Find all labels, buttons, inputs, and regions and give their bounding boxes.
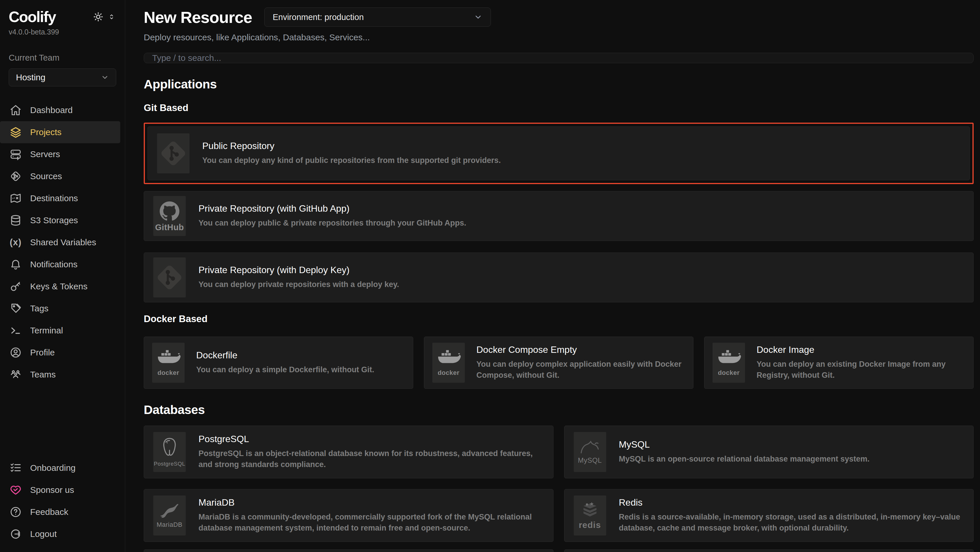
search-bar bbox=[144, 53, 974, 63]
card-title: MySQL bbox=[619, 439, 870, 450]
sidebar-item-label: Sponsor us bbox=[30, 485, 74, 495]
page-title: New Resource bbox=[144, 8, 252, 27]
app-version: v4.0.0-beta.399 bbox=[9, 28, 116, 36]
current-team-label: Current Team bbox=[9, 53, 116, 62]
sidebar-item-label: Feedback bbox=[30, 507, 68, 517]
sidebar-item-projects[interactable]: Projects bbox=[0, 121, 120, 143]
card-description: You can deploy any kind of public reposi… bbox=[202, 155, 501, 166]
card-description: You can deploy private repositories with… bbox=[199, 279, 399, 290]
map-icon bbox=[9, 192, 22, 205]
sidebar-item-label: Dashboard bbox=[30, 105, 73, 115]
card-title: Docker Compose Empty bbox=[476, 345, 685, 355]
sidebar-item-sources[interactable]: Sources bbox=[0, 165, 120, 187]
partial-card[interactable] bbox=[144, 549, 554, 552]
card-title: Redis bbox=[619, 497, 964, 508]
sidebar-item-label: Logout bbox=[30, 529, 57, 539]
server-icon bbox=[9, 148, 22, 161]
sidebar-item-notifications[interactable]: Notifications bbox=[0, 254, 120, 275]
sidebar-item-teams[interactable]: Teams bbox=[0, 364, 120, 386]
sidebar-item-label: Destinations bbox=[30, 193, 78, 203]
sidebar-item-label: Projects bbox=[30, 127, 61, 137]
page-subtitle: Deploy resources, like Applications, Dat… bbox=[144, 32, 974, 42]
sidebar-item-sponsor-us[interactable]: Sponsor us bbox=[0, 479, 120, 501]
user-circle-icon bbox=[9, 346, 22, 359]
sidebar-item-terminal[interactable]: Terminal bbox=[0, 319, 120, 341]
postgresql-wordmark: PostgreSQL bbox=[154, 461, 185, 467]
sidebar-item-profile[interactable]: Profile bbox=[0, 341, 120, 364]
card-mysql[interactable]: MySQL MySQL MySQL is an open-source rela… bbox=[564, 426, 974, 479]
layers-icon bbox=[9, 126, 22, 139]
card-private-repository-github-app[interactable]: GitHub Private Repository (with GitHub A… bbox=[144, 191, 974, 241]
git-source-icon bbox=[9, 170, 22, 183]
sidebar-nav: Dashboard Projects Servers Sources bbox=[0, 99, 125, 386]
sidebar-item-shared-variables[interactable]: (x) Shared Variables bbox=[0, 231, 120, 254]
logout-icon bbox=[9, 528, 22, 541]
card-description: MySQL is an open-source relational datab… bbox=[619, 454, 870, 465]
checklist-icon bbox=[9, 461, 22, 474]
highlight-outline: Public Repository You can deploy any kin… bbox=[144, 123, 974, 184]
docker-icon: docker bbox=[713, 343, 745, 383]
sidebar-item-logout[interactable]: Logout bbox=[0, 523, 120, 545]
git-icon bbox=[153, 257, 186, 297]
github-icon: GitHub bbox=[153, 196, 186, 236]
sidebar-item-destinations[interactable]: Destinations bbox=[0, 187, 120, 209]
card-postgresql[interactable]: PostgreSQL PostgreSQL PostgreSQL is an o… bbox=[144, 426, 554, 479]
card-mariadb[interactable]: MariaDB MariaDB MariaDB is a community-d… bbox=[144, 489, 554, 542]
bell-icon bbox=[9, 258, 22, 271]
card-title: Dockerfile bbox=[196, 350, 374, 361]
team-select-value: Hosting bbox=[16, 72, 46, 82]
github-wordmark: GitHub bbox=[155, 223, 184, 232]
card-description: You can deploy public & private reposito… bbox=[199, 218, 466, 229]
environment-select-value: Environment: production bbox=[273, 13, 364, 22]
partial-card[interactable] bbox=[564, 549, 974, 552]
postgresql-icon: PostgreSQL bbox=[153, 432, 186, 472]
theme-select-chevrons-icon[interactable] bbox=[108, 13, 115, 20]
git-icon bbox=[157, 133, 189, 173]
sidebar-item-dashboard[interactable]: Dashboard bbox=[0, 99, 120, 121]
team-select[interactable]: Hosting bbox=[9, 69, 116, 86]
users-icon bbox=[9, 368, 22, 381]
databases-cards-row-1: PostgreSQL PostgreSQL PostgreSQL is an o… bbox=[144, 426, 974, 479]
card-docker-compose-empty[interactable]: docker Docker Compose Empty You can depl… bbox=[424, 337, 694, 389]
databases-heading: Databases bbox=[144, 403, 974, 417]
environment-select[interactable]: Environment: production bbox=[264, 8, 491, 27]
card-title: Private Repository (with Deploy Key) bbox=[199, 265, 399, 275]
database-icon bbox=[9, 214, 22, 227]
docker-wordmark: docker bbox=[718, 369, 740, 377]
sidebar-item-tags[interactable]: Tags bbox=[0, 297, 120, 319]
sidebar-item-onboarding[interactable]: Onboarding bbox=[0, 457, 120, 479]
main-content: New Resource Environment: production Dep… bbox=[125, 0, 980, 552]
mariadb-wordmark: MariaDB bbox=[156, 521, 182, 528]
sidebar-item-label: Tags bbox=[30, 303, 48, 313]
key-icon bbox=[9, 280, 22, 293]
sidebar-item-label: Terminal bbox=[30, 325, 63, 335]
sidebar-item-label: Notifications bbox=[30, 260, 77, 269]
card-description: Redis is a source-available, in-memory s… bbox=[619, 512, 964, 534]
chevron-down-icon bbox=[474, 13, 482, 21]
card-description: You can deploy an existing Docker Image … bbox=[757, 359, 965, 381]
sidebar-item-feedback[interactable]: Feedback bbox=[0, 501, 120, 523]
card-docker-image[interactable]: docker Docker Image You can deploy an ex… bbox=[704, 337, 974, 389]
theme-toggle-sun-icon[interactable] bbox=[93, 11, 103, 22]
sidebar-item-label: Profile bbox=[30, 348, 55, 357]
chevron-down-icon bbox=[101, 73, 109, 81]
sidebar-item-label: Onboarding bbox=[30, 463, 76, 473]
sidebar-item-s3-storages[interactable]: S3 Storages bbox=[0, 209, 120, 231]
card-redis[interactable]: redis Redis Redis is a source-available,… bbox=[564, 489, 974, 542]
databases-cards-row-3-partial bbox=[144, 549, 974, 552]
card-public-repository[interactable]: Public Repository You can deploy any kin… bbox=[148, 126, 970, 180]
tag-icon bbox=[9, 302, 22, 315]
card-description: You can deploy a simple Dockerfile, with… bbox=[196, 364, 374, 375]
mysql-wordmark: MySQL bbox=[578, 456, 602, 464]
card-dockerfile[interactable]: docker Dockerfile You can deploy a simpl… bbox=[144, 337, 413, 389]
sidebar-item-label: S3 Storages bbox=[30, 215, 78, 225]
card-description: You can deploy complex application easil… bbox=[476, 359, 685, 381]
card-private-repository-deploy-key[interactable]: Private Repository (with Deploy Key) You… bbox=[144, 252, 974, 302]
card-title: Docker Image bbox=[757, 345, 965, 355]
sidebar-item-label: Servers bbox=[30, 149, 60, 159]
docker-cards-row: docker Dockerfile You can deploy a simpl… bbox=[144, 337, 974, 389]
sidebar-item-servers[interactable]: Servers bbox=[0, 143, 120, 165]
sidebar-item-keys-tokens[interactable]: Keys & Tokens bbox=[0, 275, 120, 297]
mariadb-icon: MariaDB bbox=[153, 495, 186, 536]
search-input[interactable] bbox=[152, 53, 965, 63]
